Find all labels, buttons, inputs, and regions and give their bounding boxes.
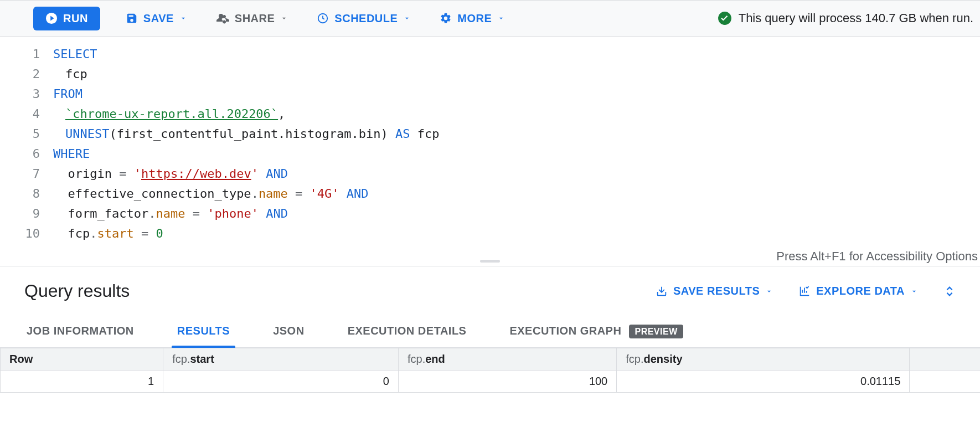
- tab-execution-graph-label: EXECUTION GRAPH: [509, 325, 621, 337]
- column-header: Row: [1, 348, 163, 371]
- column-header: fcp.density: [617, 348, 910, 371]
- tab-results[interactable]: RESULTS: [175, 317, 232, 347]
- table-row[interactable]: 101000.01115: [1, 371, 981, 393]
- check-circle-icon: [718, 11, 732, 25]
- more-label: MORE: [457, 12, 492, 25]
- schedule-label: SCHEDULE: [334, 12, 398, 25]
- tab-execution-details[interactable]: EXECUTION DETAILS: [345, 317, 469, 347]
- code-area[interactable]: SELECTfcpFROM`chrome-ux-report.all.20220…: [53, 37, 980, 244]
- line-gutter: 12345678910: [0, 37, 53, 244]
- table-header-row: Rowfcp.startfcp.endfcp.density: [1, 348, 981, 371]
- svg-point-2: [219, 14, 223, 18]
- more-button[interactable]: MORE: [436, 8, 508, 29]
- dropdown-icon: [179, 14, 187, 22]
- toolbar: RUN SAVE SHARE SCHEDULE MORE This query …: [0, 0, 980, 37]
- resize-handle[interactable]: [480, 260, 500, 263]
- sql-editor[interactable]: 12345678910 SELECTfcpFROM`chrome-ux-repo…: [0, 37, 980, 266]
- column-header: fcp.start: [163, 348, 399, 371]
- run-button[interactable]: RUN: [33, 7, 100, 30]
- column-header: fcp.end: [398, 348, 616, 371]
- results-title: Query results: [24, 281, 130, 301]
- share-button[interactable]: SHARE: [213, 7, 292, 29]
- save-icon: [126, 12, 138, 24]
- table-body: 101000.01115: [1, 371, 981, 393]
- save-results-button[interactable]: SAVE RESULTS: [656, 285, 773, 297]
- play-icon: [45, 12, 58, 24]
- explore-data-label: EXPLORE DATA: [816, 285, 905, 297]
- download-icon: [656, 285, 668, 297]
- gear-icon: [440, 12, 452, 24]
- query-status: This query will process 140.7 GB when ru…: [718, 11, 976, 25]
- preview-badge: PREVIEW: [629, 325, 683, 338]
- schedule-button[interactable]: SCHEDULE: [313, 8, 414, 29]
- accessibility-hint: Press Alt+F1 for Accessibility Options: [776, 246, 978, 266]
- share-icon: [216, 12, 229, 25]
- share-label: SHARE: [235, 12, 275, 25]
- results-tabs: JOB INFORMATION RESULTS JSON EXECUTION D…: [0, 311, 980, 348]
- dropdown-icon: [280, 14, 288, 22]
- status-text: This query will process 140.7 GB when ru…: [739, 11, 973, 25]
- dropdown-icon: [497, 14, 505, 22]
- chart-icon: [798, 285, 811, 297]
- results-header: Query results SAVE RESULTS EXPLORE DATA: [0, 266, 980, 311]
- expand-collapse-button[interactable]: [943, 284, 956, 299]
- save-button[interactable]: SAVE: [122, 8, 190, 29]
- dropdown-icon: [910, 287, 918, 295]
- dropdown-icon: [765, 287, 773, 295]
- results-table: Rowfcp.startfcp.endfcp.density 101000.01…: [0, 348, 980, 393]
- explore-data-button[interactable]: EXPLORE DATA: [798, 285, 918, 297]
- tab-job-information[interactable]: JOB INFORMATION: [24, 317, 136, 347]
- run-label: RUN: [63, 12, 88, 25]
- tab-execution-graph[interactable]: EXECUTION GRAPH PREVIEW: [507, 317, 685, 347]
- unfold-icon: [943, 284, 956, 299]
- save-results-label: SAVE RESULTS: [673, 285, 760, 297]
- save-label: SAVE: [143, 12, 174, 25]
- tab-json[interactable]: JSON: [271, 317, 306, 347]
- dropdown-icon: [403, 14, 411, 22]
- schedule-icon: [317, 12, 329, 24]
